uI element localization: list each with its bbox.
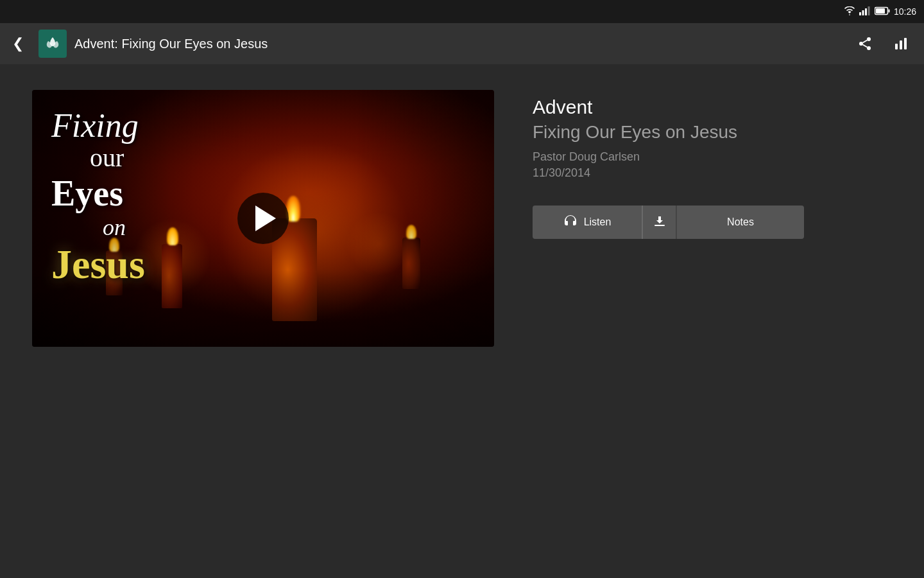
pastor-name: Pastor Doug Carlsen (533, 150, 892, 164)
svg-rect-3 (868, 6, 869, 15)
status-bar: 10:26 (0, 0, 924, 23)
svg-line-10 (863, 45, 868, 48)
svg-rect-15 (654, 225, 665, 226)
svg-point-7 (867, 37, 871, 41)
wifi-icon (844, 6, 855, 17)
action-buttons: Listen Notes (533, 206, 892, 239)
svg-rect-13 (900, 40, 902, 49)
play-button[interactable] (237, 193, 289, 244)
signal-bars-icon (859, 6, 871, 17)
svg-rect-5 (888, 9, 889, 12)
stats-button[interactable] (888, 31, 914, 57)
svg-point-9 (867, 46, 871, 50)
sermon-title: Fixing Our Eyes on Jesus (533, 122, 892, 143)
toolbar-actions (852, 31, 914, 57)
notes-button[interactable]: Notes (676, 206, 804, 239)
svg-rect-0 (859, 12, 861, 15)
svg-rect-6 (876, 8, 885, 13)
main-content: Fixing our Eyes on Jesus Advent Fixing O… (0, 64, 924, 578)
headphones-icon (563, 214, 578, 231)
app-toolbar: ❮ Advent: Fixing Our Eyes on Jesus (0, 23, 924, 64)
sermon-date: 11/30/2014 (533, 166, 892, 180)
series-title: Advent (533, 96, 892, 118)
status-icons: 10:26 (844, 6, 916, 17)
clock-time: 10:26 (894, 6, 916, 17)
info-panel: Advent Fixing Our Eyes on Jesus Pastor D… (533, 90, 892, 552)
download-button[interactable] (642, 206, 676, 239)
back-button[interactable]: ❮ (5, 31, 31, 57)
svg-rect-2 (865, 8, 867, 15)
share-button[interactable] (852, 31, 878, 57)
svg-rect-12 (895, 44, 898, 49)
listen-label: Listen (584, 216, 612, 228)
listen-button[interactable]: Listen (533, 206, 642, 239)
battery-icon (875, 6, 890, 17)
svg-line-11 (863, 40, 868, 43)
listen-download-group: Listen (533, 206, 676, 239)
video-background: Fixing our Eyes on Jesus (32, 90, 494, 347)
svg-rect-1 (862, 10, 864, 15)
svg-point-8 (859, 42, 863, 46)
video-thumbnail[interactable]: Fixing our Eyes on Jesus (32, 90, 494, 347)
download-icon (653, 215, 666, 231)
toolbar-title: Advent: Fixing Our Eyes on Jesus (74, 37, 844, 51)
svg-rect-14 (904, 38, 907, 49)
app-logo (38, 30, 67, 58)
